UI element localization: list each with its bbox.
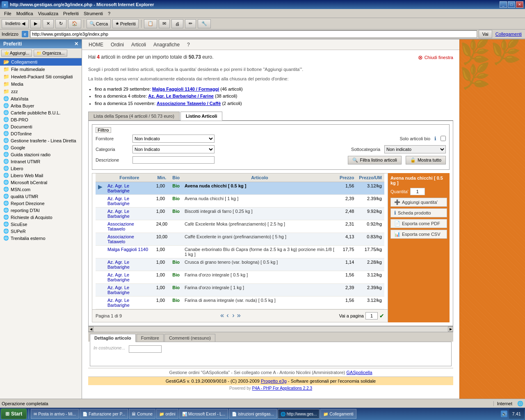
sidebar-item-20[interactable]: 🌐 Report Direzione xyxy=(0,200,82,207)
detail-tab-commenti[interactable]: Commenti (nessuno) xyxy=(164,334,215,342)
sidebar-item-3[interactable]: 📁 Media xyxy=(0,80,82,88)
nav-ordini[interactable]: Ordini xyxy=(107,40,127,49)
maximize-button[interactable]: □ xyxy=(508,1,515,8)
table-cell[interactable]: Az. Agr. Le Barbarighe xyxy=(105,283,154,296)
bio-info-icon[interactable]: ℹ xyxy=(434,136,436,142)
table-row[interactable]: Associazione Tatawelo24,00Cafè Excelente… xyxy=(96,220,384,233)
sidebar-item-23[interactable]: 🌐 SicuEse xyxy=(0,221,82,228)
sidebar-header[interactable]: Preferiti ✕ xyxy=(0,39,82,48)
p4a-link[interactable]: P4A - PHP For Applications 2.2.3 xyxy=(252,386,313,390)
address-input[interactable] xyxy=(30,30,477,38)
history-button[interactable]: 📋 xyxy=(144,19,157,28)
tab-lista[interactable]: Lista della Spesa (4 articoli / 50.73 eu… xyxy=(88,112,180,120)
sidebar-item-6[interactable]: 🌐 Ariba Buyer xyxy=(0,102,82,109)
th-prezzo[interactable]: Prezzo xyxy=(337,173,356,182)
print-button[interactable]: 🖨 xyxy=(171,19,183,28)
table-row[interactable]: ▶Az. Agr. Le Barbarighe1,00BioAvena nuda… xyxy=(96,182,384,194)
sidebar-close-icon[interactable]: ✕ xyxy=(74,41,78,47)
sidebar-item-7[interactable]: 🌐 Cartelle pubbliche B.U.L. xyxy=(0,109,82,116)
sidebar-item-9[interactable]: 🌐 Documenti xyxy=(0,123,82,130)
sidebar-item-8[interactable]: 🌐 DB-PRO xyxy=(0,116,82,123)
sidebar-item-22[interactable]: 🌐 Richieste di Acquisto xyxy=(0,214,82,221)
table-row[interactable]: Az. Agr. Le Barbarighe1,00BioCrusca di g… xyxy=(96,258,384,271)
gas-link[interactable]: GASpolicella xyxy=(347,370,372,375)
menu-modifica[interactable]: Modifica xyxy=(14,10,36,17)
scroll-right-button[interactable]: ▶ xyxy=(448,326,453,332)
go-button[interactable]: Vai xyxy=(479,30,492,38)
prev-page-button[interactable]: ‹ xyxy=(226,313,230,319)
table-cell[interactable]: Az. Agr. Le Barbarighe xyxy=(105,271,154,283)
menu-visualizza[interactable]: Visualizza xyxy=(36,10,61,17)
tools-button[interactable]: 🔧 xyxy=(198,19,211,28)
organize-button[interactable]: 📁 Organizza... xyxy=(34,50,67,57)
minimize-button[interactable]: _ xyxy=(500,1,507,8)
page-input[interactable] xyxy=(365,312,378,320)
home-button[interactable]: 🏠 xyxy=(68,19,81,28)
nav-anagrafiche[interactable]: Anagrafiche xyxy=(150,40,183,49)
tab-listino[interactable]: Listino Articoli xyxy=(180,112,223,121)
sidebar-item-2[interactable]: 📁 Hewlett-Packard Siti consigliati xyxy=(0,73,82,80)
stop-button[interactable]: ✕ xyxy=(43,19,54,28)
sidebar-item-12[interactable]: 🌐 Google xyxy=(0,144,82,151)
sidebar-item-1[interactable]: 📁 File multimediale xyxy=(0,66,82,73)
nav-articoli[interactable]: Articoli xyxy=(128,40,149,49)
sidebar-item-17[interactable]: 🌐 Microsoft bCentral xyxy=(0,179,82,186)
links-button[interactable]: Collegamenti xyxy=(494,31,523,37)
table-row[interactable]: Associazione Tatawelo10,00Caffè Excelent… xyxy=(96,233,384,245)
menu-help[interactable]: ? xyxy=(105,10,113,17)
fornitore-select[interactable]: Non Indicato xyxy=(132,135,215,143)
sidebar-item-4[interactable]: 📁 zzz xyxy=(0,88,82,95)
th-prezzoum[interactable]: Prezzo/UM xyxy=(356,173,384,182)
table-row[interactable]: Az. Agr. Le Barbarighe1,00BioBiscotti in… xyxy=(96,207,384,220)
menu-preferiti[interactable]: Preferiti xyxy=(61,10,81,17)
table-cell[interactable]: Az. Agr. Le Barbarighe xyxy=(105,194,154,207)
back-button[interactable]: Indietro ◀ xyxy=(2,19,29,28)
th-articolo[interactable]: Articolo xyxy=(182,173,337,182)
edit-button[interactable]: ✏ xyxy=(185,19,196,28)
table-cell[interactable]: Associazione Tatawelo xyxy=(105,233,154,245)
table-cell[interactable]: Malga Faggioli 1140 xyxy=(105,245,154,258)
table-row[interactable]: Malga Faggioli 11401,00Canabe erborinato… xyxy=(96,245,384,258)
sidebar-item-18[interactable]: 🌐 MSN.com xyxy=(0,186,82,193)
table-row[interactable]: Az. Agr. Le Barbarighe1,00BioAvena nuda … xyxy=(96,194,384,207)
detail-tab-articolo[interactable]: Dettaglio articolo xyxy=(90,334,136,342)
last-page-button[interactable]: » xyxy=(237,313,241,319)
descrizione-input[interactable] xyxy=(132,156,215,164)
sottocategoria-select[interactable]: Non indicato xyxy=(384,145,446,153)
progetto-link[interactable]: Progetto e3g xyxy=(261,379,287,383)
close-button[interactable]: ✕ xyxy=(516,1,523,8)
sidebar-item-13[interactable]: 🌐 Guida stazioni radio xyxy=(0,151,82,158)
menu-file[interactable]: File xyxy=(2,10,14,17)
filtra-button[interactable]: 🔍 Filtra listino articoli xyxy=(348,156,401,164)
nav-home[interactable]: HOME xyxy=(85,40,107,49)
search-toolbar-button[interactable]: 🔍 Cerca xyxy=(87,19,111,28)
sidebar-item-16[interactable]: 🌐 Libero Web Mail xyxy=(0,172,82,179)
sidebar-item-15[interactable]: 🌐 Libero xyxy=(0,165,82,172)
table-cell[interactable]: Az. Agr. Le Barbarighe xyxy=(105,296,154,309)
scheda-button[interactable]: ℹ Scheda prodotto xyxy=(390,208,447,217)
first-page-button[interactable]: « xyxy=(220,313,224,319)
order-link-1[interactable]: Az. Agr. Le Barbarighe / Farine xyxy=(148,94,214,98)
next-page-button[interactable]: › xyxy=(231,313,235,319)
sidebar-item-14[interactable]: 🌐 Intranet UTMR xyxy=(0,158,82,165)
nav-help[interactable]: ? xyxy=(184,40,193,49)
th-min[interactable]: Min. xyxy=(154,173,170,182)
sidebar-item-0[interactable]: 📂 Collegamenti xyxy=(0,58,82,66)
order-link-0[interactable]: Malga Faggioli 1140 / Formaggi xyxy=(152,87,219,91)
sidebar-item-21[interactable]: 🌐 reporting DTAI xyxy=(0,207,82,214)
order-link-2[interactable]: Associazione Tatawelo / Caffè xyxy=(157,101,221,106)
add-favorite-button[interactable]: ⭐ Aggiungi... xyxy=(1,50,32,57)
horiz-scrollbar[interactable]: ◀ ▶ xyxy=(88,326,453,332)
sidebar-item-25[interactable]: 🌐 Trenitalia esterno xyxy=(0,235,82,242)
table-cell[interactable]: Az. Agr. Le Barbarighe xyxy=(105,182,154,194)
sidebar-item-11[interactable]: 🌐 Gestione trasferte - Linea Diretta xyxy=(0,137,82,144)
mostra-button[interactable]: 🔓 Mostra tutto xyxy=(406,156,446,164)
menu-strumenti[interactable]: Strumenti xyxy=(81,10,105,17)
detail-tab-fornitore[interactable]: Fornitore xyxy=(137,334,164,342)
add-qty-button[interactable]: ➕ Aggiungi quantita' xyxy=(390,198,447,207)
categoria-select[interactable]: Non Indicato xyxy=(132,145,215,153)
mail-button[interactable]: ✉ xyxy=(159,19,170,28)
scroll-left-button[interactable]: ◀ xyxy=(88,326,94,332)
sidebar-item-5[interactable]: 🌐 AltaVista xyxy=(0,95,82,102)
table-cell[interactable]: Az. Agr. Le Barbarighe xyxy=(105,258,154,271)
